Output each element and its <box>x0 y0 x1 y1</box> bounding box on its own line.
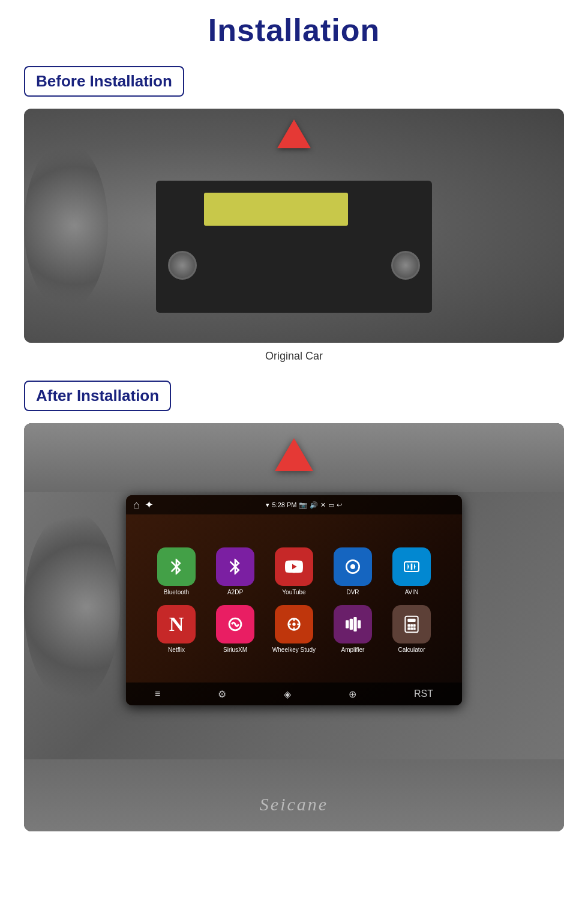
app-calculator[interactable]: Calculator <box>388 605 436 653</box>
siriusxm-icon-img <box>216 605 254 643</box>
app-dvr[interactable]: DVR <box>329 547 377 595</box>
netflix-icon-img: N <box>157 605 196 643</box>
window-icon: ▭ <box>328 501 334 509</box>
old-radio-unit <box>156 181 432 313</box>
steering-wheel-before <box>24 142 108 310</box>
svg-rect-13 <box>358 620 361 628</box>
app-grid: Bluetooth A2DP <box>126 519 462 681</box>
amplifier-label: Amplifier <box>341 646 365 653</box>
back-icon: ↩ <box>337 501 342 509</box>
after-car-photo: ⌂ ✦ ▾ 5:28 PM 📷 🔊 ✕ ▭ ↩ <box>24 423 564 831</box>
a2dp-label: A2DP <box>227 589 243 595</box>
after-installation-label: After Installation <box>36 387 159 405</box>
camera-icon: 📷 <box>299 501 307 509</box>
app-row-1: Bluetooth A2DP <box>152 547 436 595</box>
status-bar: ⌂ ✦ ▾ 5:28 PM 📷 🔊 ✕ ▭ ↩ <box>126 495 462 514</box>
svg-point-1 <box>350 564 355 569</box>
radio-screen <box>204 193 348 226</box>
before-installation-image <box>24 109 564 343</box>
app-wheelkey[interactable]: Wheelkey Study <box>270 605 318 653</box>
radio-knob-left <box>168 251 197 280</box>
hazard-button-after <box>275 438 313 471</box>
bluetooth-label: Bluetooth <box>164 589 189 595</box>
nav-equalizer-icon[interactable]: ⊕ <box>349 689 356 700</box>
app-netflix[interactable]: N Netflix <box>152 605 200 653</box>
nav-settings-icon[interactable]: ⚙ <box>218 689 226 700</box>
nav-menu-icon[interactable]: ≡ <box>155 689 160 699</box>
signal-icon: ▾ <box>266 501 269 509</box>
radio-knob-right <box>391 251 420 280</box>
close-icon: ✕ <box>320 501 326 509</box>
after-installation-badge: After Installation <box>24 381 171 411</box>
page-title: Installation <box>24 12 564 48</box>
app-avin[interactable]: AVIN <box>388 547 436 595</box>
wheelkey-label: Wheelkey Study <box>272 646 316 653</box>
hazard-button-before <box>277 119 311 148</box>
svg-rect-16 <box>407 624 410 627</box>
svg-rect-17 <box>410 624 413 627</box>
calculator-icon-img <box>392 605 431 643</box>
calculator-label: Calculator <box>398 646 425 653</box>
youtube-label: YouTube <box>282 589 305 595</box>
app-a2dp[interactable]: A2DP <box>211 547 259 595</box>
svg-rect-11 <box>350 619 353 630</box>
android-bottom-nav: ≡ ⚙ ◈ ⊕ RST <box>126 683 462 705</box>
app-bluetooth[interactable]: Bluetooth <box>152 547 200 595</box>
page-container: Installation Before Installation Origina… <box>0 0 588 863</box>
youtube-icon-img <box>275 547 313 586</box>
avin-label: AVIN <box>405 589 419 595</box>
steering-wheel-after <box>24 511 120 703</box>
wheelkey-icon-img <box>275 605 313 643</box>
volume-icon: 🔊 <box>310 501 318 509</box>
svg-rect-15 <box>407 619 415 622</box>
amplifier-icon-img <box>334 605 372 643</box>
before-installation-label: Before Installation <box>36 72 172 91</box>
svg-rect-19 <box>407 627 410 630</box>
avin-icon-img <box>392 547 431 586</box>
a2dp-icon-img <box>216 547 254 586</box>
app-amplifier[interactable]: Amplifier <box>329 605 377 653</box>
svg-rect-21 <box>413 627 416 630</box>
settings-icon[interactable]: ✦ <box>145 498 154 511</box>
before-car-photo <box>24 109 564 343</box>
dvr-icon-img <box>334 547 372 586</box>
after-installation-image: ⌂ ✦ ▾ 5:28 PM 📷 🔊 ✕ ▭ ↩ <box>24 423 564 831</box>
before-caption: Original Car <box>24 350 564 363</box>
android-screen: ⌂ ✦ ▾ 5:28 PM 📷 🔊 ✕ ▭ ↩ <box>126 495 462 705</box>
nav-media-icon[interactable]: ◈ <box>284 689 291 700</box>
netflix-label: Netflix <box>168 646 185 653</box>
app-youtube[interactable]: YouTube <box>270 547 318 595</box>
svg-rect-18 <box>413 624 416 627</box>
status-bar-center: ▾ 5:28 PM 📷 🔊 ✕ ▭ ↩ <box>266 501 342 509</box>
before-installation-badge: Before Installation <box>24 66 184 97</box>
status-bar-left: ⌂ ✦ <box>133 498 154 511</box>
app-siriusxm[interactable]: SiriusXM <box>211 605 259 653</box>
home-icon[interactable]: ⌂ <box>133 499 140 511</box>
bluetooth-icon-img <box>157 547 196 586</box>
siriusxm-label: SiriusXM <box>223 646 247 653</box>
dvr-label: DVR <box>346 589 359 595</box>
nav-reset-icon[interactable]: RST <box>414 689 433 699</box>
app-row-2: N Netflix SiriusXM <box>152 605 436 653</box>
seicane-brand: Seicane <box>260 794 328 815</box>
status-time: 5:28 PM <box>272 501 296 508</box>
svg-rect-20 <box>410 627 413 630</box>
android-head-unit[interactable]: ⌂ ✦ ▾ 5:28 PM 📷 🔊 ✕ ▭ ↩ <box>126 495 462 705</box>
svg-rect-10 <box>346 620 349 628</box>
svg-rect-12 <box>353 617 356 631</box>
svg-point-5 <box>292 622 295 625</box>
